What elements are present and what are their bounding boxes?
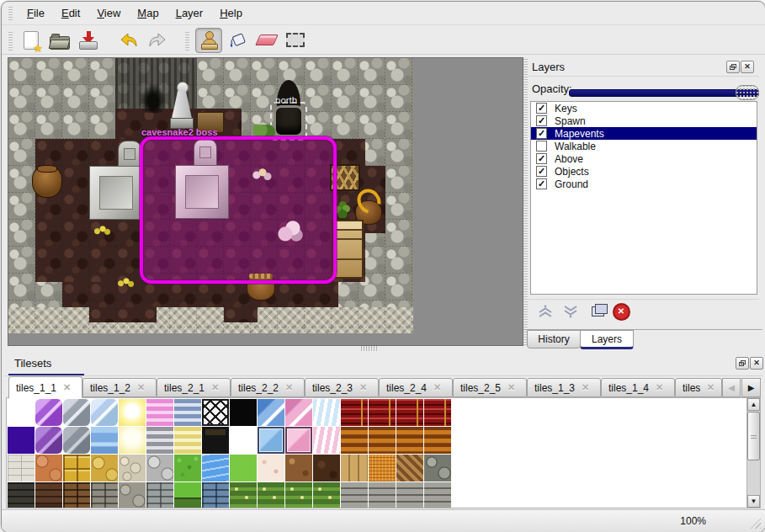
tileset-tile[interactable]: [119, 455, 146, 481]
selection-rectangle[interactable]: [140, 136, 337, 284]
tileset-tile[interactable]: [396, 427, 423, 454]
tileset-tile[interactable]: [8, 455, 35, 481]
stamp-button[interactable]: [195, 28, 222, 53]
tileset-tile[interactable]: [313, 427, 340, 454]
tab-close-icon[interactable]: ✕: [582, 382, 589, 393]
tileset-tile[interactable]: [202, 482, 229, 508]
menubar-grip[interactable]: [8, 7, 13, 20]
tab-close-icon[interactable]: ✕: [433, 382, 441, 393]
tab-close-icon[interactable]: ✕: [63, 382, 71, 393]
tileset-tile[interactable]: [8, 399, 35, 426]
tileset-tile[interactable]: [258, 455, 284, 481]
opacity-slider-handle[interactable]: [736, 85, 759, 100]
tileset-tile[interactable]: [313, 455, 340, 481]
tileset-tile[interactable]: [35, 399, 62, 426]
tab-layers[interactable]: Layers: [580, 330, 634, 349]
layer-row-objects[interactable]: ✓Objects: [531, 165, 757, 178]
tileset-tile[interactable]: [230, 427, 257, 454]
tileset-tile[interactable]: [341, 482, 368, 508]
tileset-tile[interactable]: [8, 427, 35, 454]
tab-history[interactable]: History: [527, 330, 581, 348]
tileset-tile[interactable]: [8, 482, 35, 508]
menu-edit[interactable]: Edit: [53, 4, 88, 22]
tileset-tile[interactable]: [258, 399, 284, 426]
tileset-tile[interactable]: [91, 427, 118, 454]
menu-view[interactable]: View: [88, 4, 129, 22]
tab-close-icon[interactable]: ✕: [656, 382, 663, 393]
tileset-tile[interactable]: [258, 482, 284, 508]
tileset-tile[interactable]: [63, 482, 90, 508]
tileset-tile[interactable]: [285, 455, 312, 481]
tileset-tab-tiles_2_3[interactable]: tiles_2_3✕: [305, 378, 379, 397]
tileset-tab-tiles_2_4[interactable]: tiles_2_4✕: [379, 378, 453, 397]
layer-row-mapevents[interactable]: ✓Mapevents: [531, 127, 757, 140]
tileset-tile[interactable]: [369, 482, 396, 508]
map-canvas[interactable]: north cavesnake2 boss: [8, 57, 523, 346]
delete-button[interactable]: ✕: [611, 303, 631, 320]
tileset-tile[interactable]: [424, 427, 451, 454]
tileset-tile[interactable]: [202, 455, 229, 481]
tileset-tile[interactable]: [146, 482, 173, 508]
save-button[interactable]: [76, 29, 101, 52]
layer-row-walkable[interactable]: Walkable: [531, 140, 757, 152]
select-rect-button[interactable]: [283, 29, 308, 52]
tileset-tile[interactable]: [202, 399, 229, 426]
layer-row-ground[interactable]: ✓Ground: [531, 178, 757, 190]
menu-map[interactable]: Map: [129, 4, 167, 22]
toolbar-grip[interactable]: [185, 30, 189, 51]
tileset-tile[interactable]: [230, 455, 257, 481]
tab-close-icon[interactable]: ✕: [137, 382, 145, 393]
tilesets-dock-title[interactable]: Tilesets: [14, 357, 51, 370]
eraser-button[interactable]: [254, 29, 279, 52]
tab-close-icon[interactable]: ✕: [707, 382, 715, 393]
layer-row-spawn[interactable]: ✓Spawn: [531, 114, 757, 127]
tileset-tile[interactable]: [119, 427, 146, 454]
tileset-tile[interactable]: [174, 427, 201, 454]
tileset-tile[interactable]: [230, 482, 257, 508]
tileset-tile[interactable]: [35, 455, 62, 481]
tileset-tile[interactable]: [369, 455, 396, 481]
scroll-up-icon[interactable]: ▲: [747, 398, 760, 411]
dock-splitter-handle[interactable]: [523, 59, 528, 345]
tileset-tile[interactable]: [174, 482, 201, 508]
opacity-slider-track[interactable]: [569, 89, 759, 97]
tileset-tile[interactable]: [285, 482, 312, 508]
tab-close-icon[interactable]: ✕: [211, 382, 219, 393]
duplicate-button[interactable]: [587, 303, 608, 320]
tab-close-icon[interactable]: ✕: [285, 382, 293, 393]
tileset-tab-tiles_2_5[interactable]: tiles_2_5✕: [453, 378, 527, 397]
tileset-tile[interactable]: [285, 427, 312, 454]
scrollbar-thumb[interactable]: [747, 412, 760, 460]
tileset-tab-tiles_1_1[interactable]: tiles_1_1✕: [8, 376, 82, 398]
map-area[interactable]: north cavesnake2 boss: [8, 58, 413, 333]
layer-checkbox-keys[interactable]: ✓: [536, 103, 547, 114]
tab-scroll-right-icon[interactable]: ▶: [741, 378, 761, 397]
scroll-down-icon[interactable]: ▼: [747, 495, 760, 508]
layer-checkbox-walkable[interactable]: [536, 141, 547, 152]
menu-help[interactable]: Help: [211, 4, 251, 22]
menu-layer[interactable]: Layer: [167, 4, 212, 22]
tileset-tile[interactable]: [119, 482, 146, 508]
tileset-tile[interactable]: [63, 399, 90, 426]
tileset-tile[interactable]: [341, 455, 368, 481]
layer-checkbox-objects[interactable]: ✓: [536, 166, 547, 177]
tileset-tile[interactable]: [146, 399, 173, 426]
tileset-tile[interactable]: [313, 482, 340, 508]
tileset-tile[interactable]: [119, 399, 146, 426]
tileset-tile[interactable]: [230, 399, 257, 426]
open-folder-button[interactable]: [47, 29, 72, 52]
tileset-tile[interactable]: [258, 427, 284, 454]
tab-close-icon[interactable]: ✕: [359, 382, 367, 393]
tileset-tile[interactable]: [91, 482, 118, 508]
tab-close-icon[interactable]: ✕: [507, 382, 515, 393]
tileset-tile[interactable]: [35, 482, 62, 508]
tileset-tile[interactable]: [369, 427, 396, 454]
fill-button[interactable]: [226, 29, 251, 52]
move-up-button[interactable]: [535, 303, 555, 320]
tileset-tile[interactable]: [146, 455, 173, 481]
tileset-tile[interactable]: [369, 399, 396, 426]
menu-file[interactable]: File: [19, 4, 53, 22]
float-icon[interactable]: [726, 61, 740, 73]
tileset-tile[interactable]: [174, 399, 201, 426]
tileset-tile[interactable]: [91, 399, 118, 426]
